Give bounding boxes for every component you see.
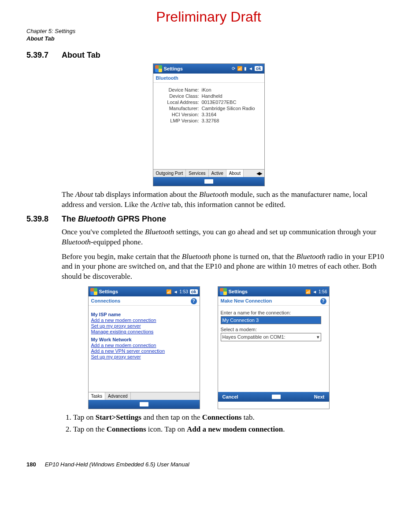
help-icon[interactable]: ? [191, 298, 197, 304]
subheader: Bluetooth [153, 74, 264, 83]
step-1: Tap on Start>Settings and then tap on th… [73, 413, 391, 423]
link-manage[interactable]: Manage existing connections [91, 329, 197, 334]
chapter-line: Chapter 5: Settings [26, 28, 391, 35]
txt: and then tap on the [141, 413, 202, 421]
tab-outgoing-port[interactable]: Outgoing Port [153, 170, 186, 177]
sip-bar [153, 177, 264, 186]
ok-button[interactable]: ok [190, 289, 198, 294]
sip-bar [89, 400, 200, 409]
kv-val: Cambridge Silicon Radio [202, 106, 262, 111]
txt: settings, you can go ahead and set up co… [174, 228, 376, 236]
volume-icon: ◄ [173, 289, 178, 294]
tab-scroll-icon[interactable]: ◀▶ [254, 170, 264, 177]
tab-about[interactable]: About [226, 170, 244, 177]
screenshot-about-tab: Settings ⟳ 📶 ▮ ◄ ok Bluetooth Device Nam… [153, 63, 265, 186]
page-header: Chapter 5: Settings About Tab [26, 28, 391, 43]
start-icon [155, 65, 162, 72]
link-add-vpn[interactable]: Add a new VPN server connection [91, 348, 197, 354]
kv-row: Device Name:iKon [156, 87, 262, 92]
sec-title-c: GPRS Phone [115, 214, 166, 223]
txt: Before you begin, make certain that the [62, 252, 182, 261]
antenna-icon: ▮ [244, 66, 247, 71]
sec-title-b: Bluetooth [78, 214, 115, 223]
volume-icon: ◄ [312, 289, 317, 294]
subheader: Connections ? [89, 296, 200, 306]
modem-value: Hayes Compatible on COM1: [222, 334, 285, 340]
window-title: Settings [229, 289, 306, 294]
subheader-text: Connections [91, 298, 121, 303]
tab-tasks[interactable]: Tasks [89, 392, 106, 400]
kv-key: LMP Version: [156, 118, 202, 123]
txt: About [75, 190, 93, 199]
kv-row: LMP Version:3.32768 [156, 118, 262, 123]
kv-val: 3.3164 [202, 112, 262, 117]
kv-key: Device Name: [156, 87, 202, 92]
kv-key: Device Class: [156, 93, 202, 99]
txt: Start>Settings [96, 413, 141, 421]
kv-row: Device Class:Handheld [156, 93, 262, 99]
txt: Bluetooth [182, 252, 211, 261]
heading-5-39-8: 5.39.8The Bluetooth GPRS Phone [26, 214, 391, 224]
kv-row: HCI Version:3.3164 [156, 112, 262, 117]
sync-icon: ⟳ [232, 66, 235, 71]
txt: Bluetooth [297, 252, 326, 261]
modem-label: Select a modem: [221, 327, 326, 332]
ok-button[interactable]: ok [255, 66, 263, 71]
work-section-title: My Work Network [91, 337, 197, 342]
page-footer: 180EP10 Hand-Held (Windows Embedded 6.5)… [26, 461, 391, 468]
kv-val: Handheld [202, 93, 262, 99]
kv-row: Local Address:0013E0727EBC [156, 100, 262, 105]
titlebar: Settings 📶 ◄ 1:53 ok [89, 287, 200, 296]
name-label: Enter a name for the connection: [221, 310, 326, 315]
txt: tab, this information cannot be edited. [170, 200, 285, 209]
txt: The [62, 190, 75, 199]
tab-services[interactable]: Services [186, 170, 208, 177]
window-title: Settings [164, 66, 232, 71]
link-add-modem-work[interactable]: Add a new modem connection [91, 343, 197, 348]
footer-text: EP10 Hand-Held (Windows Embedded 6.5) Us… [45, 461, 189, 468]
signal-icon: 📶 [305, 289, 311, 294]
page-number: 180 [26, 461, 36, 468]
txt: Bluetooth [199, 190, 228, 199]
new-connection-content: Enter a name for the connection: My Conn… [218, 306, 329, 392]
link-proxy[interactable]: Set up my proxy server [91, 323, 197, 329]
keyboard-icon[interactable] [272, 395, 281, 399]
watermark: Preliminary Draft [26, 9, 391, 25]
help-icon[interactable]: ? [320, 298, 326, 304]
signal-icon: 📶 [237, 66, 242, 71]
txt: Active [151, 200, 170, 209]
window-title: Settings [99, 289, 167, 294]
txt: Connections [202, 413, 242, 421]
txt: Tap on [73, 413, 96, 421]
kv-key: Local Address: [156, 100, 202, 105]
keyboard-icon[interactable] [204, 179, 213, 184]
kv-row: Manufacturer:Cambridge Silicon Radio [156, 106, 262, 111]
sec-title-a: The [62, 214, 78, 223]
titlebar: Settings 📶 ◄ 1:56 [218, 287, 329, 296]
subheader: Make New Connection ? [218, 296, 329, 306]
link-proxy-work[interactable]: Set up my proxy server [91, 354, 197, 359]
kv-key: HCI Version: [156, 112, 202, 117]
chevron-down-icon: ▾ [317, 334, 319, 340]
about-content: Device Name:iKon Device Class:Handheld L… [153, 83, 264, 169]
softkey-cancel[interactable]: Cancel [222, 394, 238, 399]
isp-section-title: My ISP name [91, 312, 197, 317]
heading-5-39-7: 5.39.7About Tab [26, 51, 391, 60]
txt: Once you've completed the [62, 228, 145, 236]
link-add-modem[interactable]: Add a new modem connection [91, 318, 197, 323]
txt: tab. [241, 413, 254, 421]
tab-active[interactable]: Active [209, 170, 226, 177]
tab-advanced[interactable]: Advanced [105, 392, 130, 400]
softkey-next[interactable]: Next [314, 394, 325, 399]
connections-content: My ISP name Add a new modem connection S… [89, 306, 200, 392]
txt: Connections [107, 425, 146, 433]
start-icon [90, 288, 97, 295]
txt: . [283, 425, 285, 433]
keyboard-icon[interactable] [140, 402, 148, 406]
kv-val: iKon [202, 87, 262, 92]
modem-select[interactable]: Hayes Compatible on COM1: ▾ [221, 333, 321, 341]
connection-name-input[interactable]: My Connection 3 [221, 316, 321, 324]
tab-strip: Outgoing Port Services Active About ◀▶ [153, 169, 264, 177]
txt: Tap on the [73, 425, 107, 433]
screenshot-make-new-connection: Settings 📶 ◄ 1:56 Make New Connection ? … [218, 286, 330, 409]
